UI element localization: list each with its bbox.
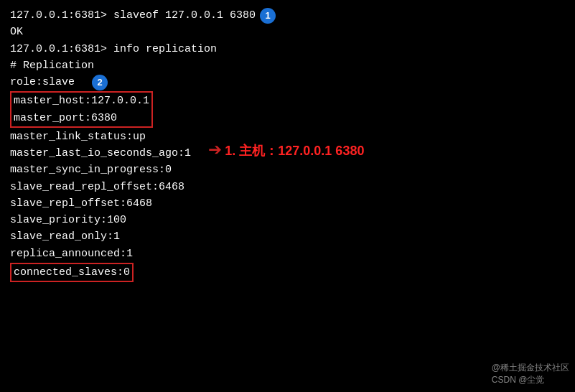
line-hash-replication: # Replication [10, 57, 565, 74]
watermark-line1: @稀土掘金技术社区 [492, 362, 569, 374]
slave-read-only-text: slave_read_only:1 [10, 228, 120, 245]
line-slave-repl: slave_repl_offset:6468 [10, 195, 565, 212]
arrow-annotation: ➔ 1. 主机：127.0.0.1 6380 [208, 134, 364, 169]
annotation-cn-text: 主机： [239, 144, 278, 158]
line-slaveof-text: 127.0.0.1:6381> slaveof 127.0.0.1 6380 [10, 7, 256, 24]
line-ok-text: OK [10, 24, 23, 40]
line-role: role:slave 2 [10, 74, 565, 90]
master-last-io-text: master_last_io_seconds_ago:1 [10, 145, 191, 162]
watermark: @稀土掘金技术社区 CSDN @尘觉 [492, 362, 569, 386]
line-master-host: master_host:127.0.0.1 [14, 93, 149, 109]
line-slave-priority: slave_priority:100 [10, 212, 565, 228]
terminal: 127.0.0.1:6381> slaveof 127.0.0.1 63801 … [0, 0, 575, 290]
badge-2: 2 [92, 75, 108, 90]
master-link-status-text: master_link_status:up [10, 129, 146, 145]
line-slave-read-repl: slave_read_repl_offset:6468 [10, 179, 565, 195]
replica-announced-text: replica_announced:1 [10, 246, 133, 262]
annotation-label: 1. 主机：127.0.0.1 6380 [225, 141, 364, 162]
arrow-icon: ➔ [208, 134, 222, 169]
line-hash-text: # Replication [10, 57, 94, 74]
slave-read-repl-text: slave_read_repl_offset:6468 [10, 179, 184, 195]
line-role-text: role:slave [10, 74, 75, 90]
highlighted-connected-block: connected_slaves:0 [10, 263, 134, 282]
line-master-port: master_port:6380 [14, 110, 149, 126]
line-slaveof: 127.0.0.1:6381> slaveof 127.0.0.1 63801 [10, 7, 565, 24]
watermark-line2: CSDN @尘觉 [492, 374, 569, 386]
master-host-text: master_host:127.0.0.1 [14, 93, 149, 109]
annotation-number: 1. [225, 144, 235, 158]
master-sync-text: master_sync_in_progress:0 [10, 162, 172, 178]
master-port-text: master_port:6380 [14, 110, 117, 126]
line-replica-announced: replica_announced:1 [10, 246, 565, 262]
annotation-ip: 127.0.0.1 6380 [278, 144, 364, 158]
badge-1: 1 [260, 8, 276, 24]
highlighted-master-block: master_host:127.0.0.1 master_port:6380 [10, 91, 153, 128]
line-ok: OK [10, 24, 565, 40]
line-connected-slaves: connected_slaves:0 [14, 264, 130, 281]
slave-repl-text: slave_repl_offset:6468 [10, 195, 152, 212]
slave-priority-text: slave_priority:100 [10, 212, 126, 228]
line-slave-read-only: slave_read_only:1 [10, 228, 565, 245]
line-info-text: 127.0.0.1:6381> info replication [10, 41, 217, 57]
line-info-replication: 127.0.0.1:6381> info replication [10, 41, 565, 57]
connected-slaves-text: connected_slaves:0 [14, 264, 130, 281]
